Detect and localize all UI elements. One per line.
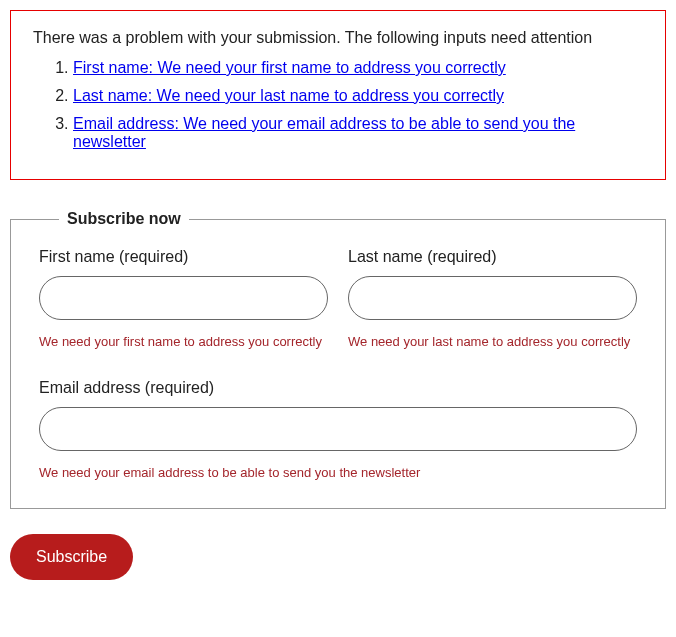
first-name-error: We need your first name to address you c… [39,334,328,349]
first-name-input[interactable] [39,276,328,320]
error-link-email[interactable]: Email address: We need your email addres… [73,115,575,150]
first-name-label: First name (required) [39,248,328,266]
subscribe-button[interactable]: Subscribe [10,534,133,580]
email-input[interactable] [39,407,637,451]
email-label: Email address (required) [39,379,637,397]
last-name-error: We need your last name to address you co… [348,334,637,349]
email-error: We need your email address to be able to… [39,465,637,480]
last-name-label: Last name (required) [348,248,637,266]
fieldset-legend: Subscribe now [59,210,189,228]
email-field: Email address (required) We need your em… [39,379,637,480]
name-row: First name (required) We need your first… [39,248,637,349]
error-summary-list: First name: We need your first name to a… [33,59,643,151]
error-summary-item: First name: We need your first name to a… [73,59,643,77]
subscribe-fieldset: Subscribe now First name (required) We n… [10,210,666,509]
last-name-field: Last name (required) We need your last n… [348,248,637,349]
error-summary-title: There was a problem with your submission… [33,29,643,47]
first-name-field: First name (required) We need your first… [39,248,328,349]
error-summary-item: Last name: We need your last name to add… [73,87,643,105]
last-name-input[interactable] [348,276,637,320]
error-link-first-name[interactable]: First name: We need your first name to a… [73,59,506,76]
error-link-last-name[interactable]: Last name: We need your last name to add… [73,87,504,104]
error-summary-item: Email address: We need your email addres… [73,115,643,151]
error-summary: There was a problem with your submission… [10,10,666,180]
